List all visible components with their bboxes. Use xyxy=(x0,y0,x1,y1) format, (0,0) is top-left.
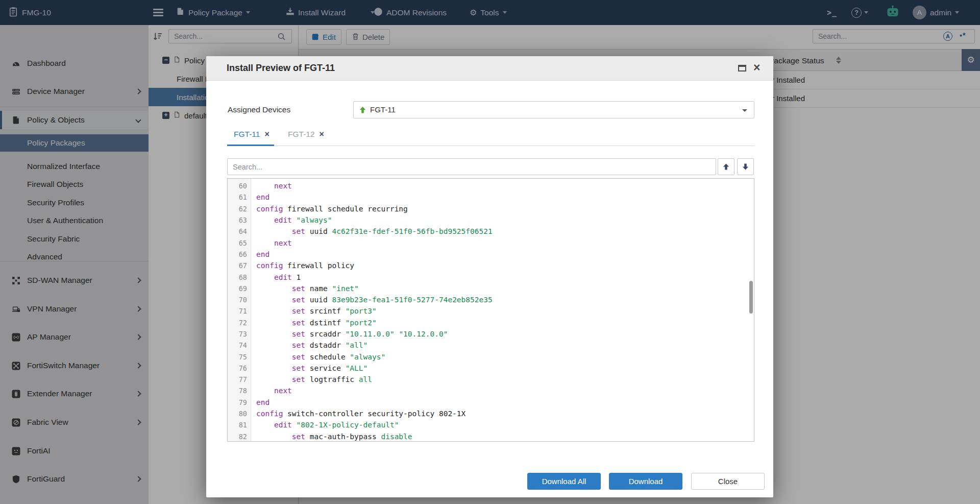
code-line: 64 set uuid 4c62f31e-fdef-51f0-56fb-bd95… xyxy=(228,226,754,237)
line-number: 66 xyxy=(228,250,251,258)
chevron-down-icon xyxy=(742,109,747,112)
code-line: 65 next xyxy=(228,237,754,248)
line-number: 82 xyxy=(228,433,251,441)
code-line: 82 set mac-auth-bypass disable xyxy=(228,431,754,442)
line-number: 73 xyxy=(228,330,251,338)
line-number: 69 xyxy=(228,284,251,293)
line-number: 68 xyxy=(228,273,251,281)
tab-fgt-12[interactable]: FGT-12 × xyxy=(288,130,324,139)
scrollbar-thumb[interactable] xyxy=(749,281,753,314)
close-button[interactable]: Close xyxy=(691,473,765,490)
line-number: 78 xyxy=(228,387,251,395)
install-preview-modal: Install Preview of FGT-11 × Assigned Dev… xyxy=(206,56,773,497)
code-line: 77 set logtraffic all xyxy=(228,374,754,385)
line-number: 75 xyxy=(228,353,251,361)
modal-header: Install Preview of FGT-11 × xyxy=(206,56,773,81)
line-number: 77 xyxy=(228,375,251,383)
config-search-input[interactable] xyxy=(227,158,716,175)
dropdown-value: FGT-11 xyxy=(370,105,396,114)
line-number: 60 xyxy=(228,182,251,190)
code-line: 76 set service "ALL" xyxy=(228,363,754,374)
code-line: 62config firewall schedule recurring xyxy=(228,203,754,214)
code-line: 63 edit "always" xyxy=(228,214,754,226)
line-number: 81 xyxy=(228,421,251,429)
tab-fgt-11[interactable]: FGT-11 × xyxy=(234,130,270,139)
code-line: 74 set dstaddr "all" xyxy=(228,340,754,351)
line-number: 64 xyxy=(228,227,251,235)
line-number: 70 xyxy=(228,296,251,304)
search-next-button[interactable] xyxy=(737,158,754,175)
line-number: 72 xyxy=(228,319,251,327)
device-tabs: FGT-11 × FGT-12 × xyxy=(227,125,754,146)
code-line: 75 set schedule "always" xyxy=(228,351,754,362)
line-number: 76 xyxy=(228,364,251,372)
line-number: 65 xyxy=(228,239,251,247)
code-line: 71 set srcintf "port3" xyxy=(228,305,754,317)
code-line: 70 set uuid 83e9b23e-fea1-51f0-5277-74e2… xyxy=(228,294,754,305)
modal-title: Install Preview of FGT-11 xyxy=(227,63,335,74)
code-line: 69 set name "inet" xyxy=(228,283,754,294)
code-line: 66end xyxy=(228,249,754,260)
line-number: 67 xyxy=(228,261,251,270)
code-line: 81 edit "802-1X-policy-default" xyxy=(228,419,754,430)
code-line: 80config switch-controller security-poli… xyxy=(228,408,754,419)
line-number: 63 xyxy=(228,216,251,224)
code-lines: 60 next61end62config firewall schedule r… xyxy=(228,180,754,442)
maximize-icon[interactable] xyxy=(738,65,746,71)
line-number: 61 xyxy=(228,193,251,201)
code-line: 67config firewall policy xyxy=(228,260,754,271)
code-line: 72 set dstintf "port2" xyxy=(228,317,754,328)
line-number: 79 xyxy=(228,398,251,406)
assigned-devices-dropdown[interactable]: FGT-11 xyxy=(353,101,754,118)
code-line: 79end xyxy=(228,397,754,408)
download-button[interactable]: Download xyxy=(609,473,682,490)
code-line: 73 set srcaddr "10.11.0.0" "10.12.0.0" xyxy=(228,328,754,340)
active-tab-underline xyxy=(227,145,274,146)
line-number: 74 xyxy=(228,341,251,349)
close-icon[interactable]: × xyxy=(753,61,760,75)
tab-close-icon[interactable]: × xyxy=(264,130,269,139)
code-line: 68 edit 1 xyxy=(228,271,754,282)
code-line: 60 next xyxy=(228,180,754,191)
tab-label: FGT-12 xyxy=(288,130,315,139)
search-previous-button[interactable] xyxy=(718,158,734,175)
device-up-icon xyxy=(359,106,366,116)
tab-close-icon[interactable]: × xyxy=(320,130,324,139)
tab-label: FGT-11 xyxy=(234,130,260,139)
config-preview: 60 next61end62config firewall schedule r… xyxy=(227,178,754,442)
assigned-devices-label: Assigned Devices xyxy=(228,105,290,114)
code-line: 61end xyxy=(228,191,754,203)
line-number: 62 xyxy=(228,205,251,213)
line-number: 71 xyxy=(228,307,251,315)
download-all-button[interactable]: Download All xyxy=(527,473,601,490)
line-number: 80 xyxy=(228,410,251,418)
code-line: 78 next xyxy=(228,385,754,396)
